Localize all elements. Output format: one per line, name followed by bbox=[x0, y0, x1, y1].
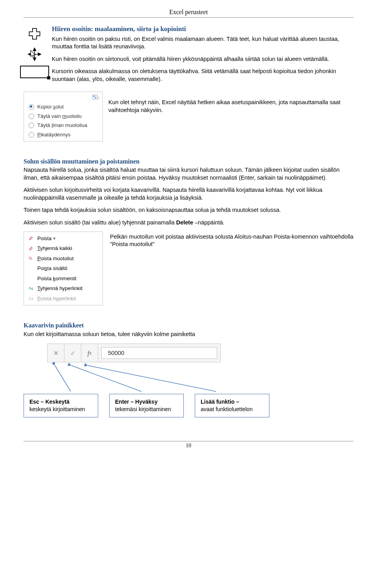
eraser-icon bbox=[28, 245, 34, 252]
link-off-icon bbox=[28, 296, 34, 302]
section-title-cursor: Hiiren osoitin: maalaaminen, siirto ja k… bbox=[52, 25, 353, 34]
formulabar-intro: Kun olet kirjoittamassa soluun tietoa, t… bbox=[24, 331, 353, 338]
cursor-p2: Kun hiiren osoitin on siirtonuoli, voit … bbox=[52, 55, 353, 63]
page-header: Excel perusteet bbox=[24, 8, 353, 18]
cursor-section-text: Hiiren osoitin: maalaaminen, siirto ja k… bbox=[52, 25, 353, 88]
svg-rect-9 bbox=[93, 97, 95, 99]
formula-value[interactable]: 50000 bbox=[101, 347, 217, 359]
clear-note: Pelkän muotoilun voit poistaa aktiivises… bbox=[110, 233, 353, 248]
remove-hyperlinks: Poista hyperlinkit bbox=[24, 294, 102, 304]
page-number: 10 bbox=[24, 441, 353, 450]
clear-contents[interactable]: Poista sisältö bbox=[24, 263, 102, 274]
cancel-button[interactable]: ✕ bbox=[48, 344, 64, 362]
select-cursor-icon bbox=[26, 25, 44, 43]
callout-esc: Esc – Keskeytä keskeytä kirjoittaminen bbox=[24, 394, 98, 417]
svg-marker-5 bbox=[38, 53, 41, 55]
paste-option-copy-cells[interactable]: Kopioi solut bbox=[24, 102, 102, 112]
edit-p2: Aktiivisen solun kirjoitusvirheitä voi k… bbox=[24, 186, 353, 202]
clear-label: Tyhjennä hyperlinkit bbox=[37, 285, 82, 292]
clear-label: Poista hyperlinkit bbox=[37, 295, 76, 302]
clear-comments[interactable]: Poista kommentit bbox=[24, 274, 102, 284]
radio-icon bbox=[29, 123, 34, 128]
blank-icon bbox=[28, 275, 34, 281]
section-title-formulabar: Kaavarivin painikkeet bbox=[24, 321, 353, 330]
paste-option-flash-fill[interactable]: Pikatäydennys bbox=[24, 130, 102, 140]
fill-handle-icon bbox=[20, 66, 49, 78]
svg-rect-10 bbox=[95, 97, 96, 99]
link-icon bbox=[28, 285, 34, 292]
paste-options-menu[interactable]: Kopioi solut Täytä vain muotoilu Täytä i… bbox=[24, 92, 103, 141]
clear-hyperlinks[interactable]: Tyhjennä hyperlinkit bbox=[24, 283, 102, 294]
edit-p3: Toinen tapa tehdä korjauksia solun sisäl… bbox=[24, 206, 353, 214]
cursor-icons-column bbox=[24, 25, 46, 88]
cursor-section: Hiiren osoitin: maalaaminen, siirto ja k… bbox=[24, 25, 353, 88]
paste-option-fill-noformat[interactable]: Täytä ilman muotoilua bbox=[24, 121, 102, 130]
clear-label: Poista sisältö bbox=[37, 265, 68, 272]
formula-bar: ✕ ✓ fx 50000 bbox=[47, 344, 221, 362]
cursor-p1: Kun hiiren osoitin on paksu risti, on Ex… bbox=[52, 35, 353, 51]
paste-option-fill-format[interactable]: Täytä vain muotoilu bbox=[24, 112, 102, 121]
clear-label: Poista kommentit bbox=[37, 275, 77, 282]
blank-icon bbox=[28, 265, 34, 272]
svg-text:%: % bbox=[29, 256, 32, 261]
svg-line-13 bbox=[55, 366, 71, 391]
callout-fx: Lisää funktio – avaat funktioluettelon bbox=[195, 394, 269, 417]
paste-label: Täytä ilman muotoilua bbox=[37, 122, 87, 129]
paste-label: Pikatäydennys bbox=[37, 131, 71, 138]
paste-options-explain: Kun olet tehnyt näin, Excel näyttää hetk… bbox=[108, 99, 353, 114]
section-title-edit: Solun sisällön muuttaminen ja poistamine… bbox=[24, 157, 353, 166]
paste-label: Kopioi solut bbox=[37, 103, 64, 110]
insert-function-button[interactable]: fx bbox=[81, 344, 98, 362]
clear-formats[interactable]: % Poista muotoilut bbox=[24, 254, 102, 264]
edit-p4: Aktiivisen solun sisältö (tai valittu al… bbox=[24, 219, 353, 227]
clear-all[interactable]: Tyhjennä kaikki bbox=[24, 243, 102, 254]
svg-rect-8 bbox=[95, 96, 96, 97]
callout-enter: Enter – Hyväksy tekemäsi kirjoittaminen bbox=[109, 394, 184, 417]
clear-menu-header[interactable]: Poista ▾ bbox=[24, 233, 102, 244]
cursor-p3: Kursorin oikeassa alakulmassa on oletuks… bbox=[52, 68, 353, 83]
radio-icon bbox=[29, 104, 34, 110]
callout-arrows bbox=[47, 366, 298, 395]
paste-options-block: Kopioi solut Täytä vain muotoilu Täytä i… bbox=[24, 92, 353, 141]
move-cursor-icon bbox=[26, 45, 44, 63]
radio-icon bbox=[29, 114, 34, 119]
callout-row: Esc – Keskeytä keskeytä kirjoittaminen E… bbox=[24, 394, 353, 417]
eraser-icon bbox=[28, 235, 34, 241]
svg-marker-2 bbox=[33, 48, 36, 50]
percent-icon: % bbox=[28, 255, 34, 261]
clear-label: Tyhjennä kaikki bbox=[37, 245, 72, 252]
radio-icon bbox=[29, 132, 34, 138]
paste-smart-tag-icon[interactable] bbox=[24, 94, 102, 102]
clear-menu[interactable]: Poista ▾ Tyhjennä kaikki % Poista muotoi… bbox=[24, 232, 103, 306]
clear-header-label: Poista ▾ bbox=[37, 235, 56, 242]
formulabar-diagram: ✕ ✓ fx 50000 Esc – Keskeytä keskeytä kir… bbox=[24, 344, 353, 417]
clear-block: Poista ▾ Tyhjennä kaikki % Poista muotoi… bbox=[24, 232, 353, 306]
clear-label: Poista muotoilut bbox=[37, 255, 74, 262]
edit-p1: Napsauta hiirellä solua, jonka sisältöä … bbox=[24, 166, 353, 182]
paste-label: Täytä vain muotoilu bbox=[37, 113, 82, 120]
svg-rect-7 bbox=[93, 96, 95, 97]
enter-button[interactable]: ✓ bbox=[64, 344, 81, 362]
